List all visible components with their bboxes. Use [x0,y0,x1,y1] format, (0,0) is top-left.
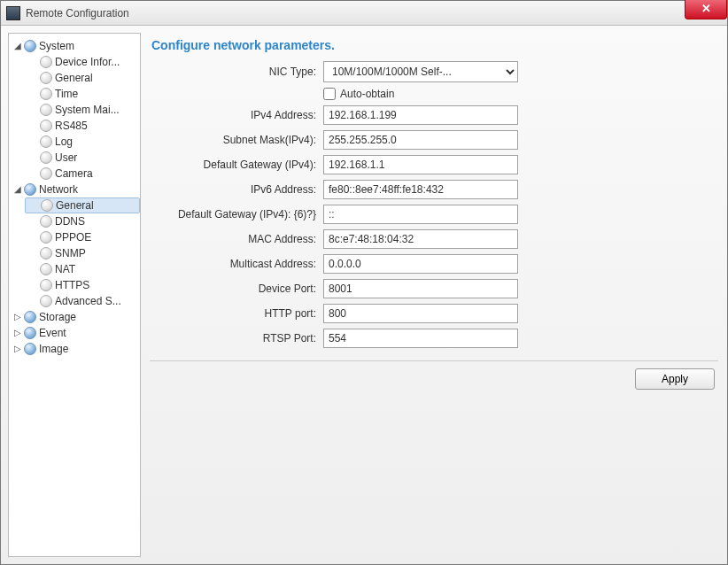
label-default-gateway-v4: Default Gateway (IPv4): [174,159,316,171]
sidebar[interactable]: ◢ System Device Infor... General Time Sy… [8,33,141,557]
label-mac-address: MAC Address: [174,233,316,245]
tree-label: Storage [39,309,76,325]
tree-label: System [39,38,74,54]
tree-item-user[interactable]: User [25,150,140,166]
tree-node-storage: ▷ Storage [9,309,140,325]
multicast-address-field[interactable] [323,254,518,274]
tree-item-event[interactable]: ▷ Event [9,325,140,341]
tree-label: Event [39,325,66,341]
bullet-icon [40,231,52,244]
tree-label: General [55,70,93,86]
globe-icon [24,327,36,339]
tree-label: System Mai... [55,102,120,118]
tree-label: Time [55,86,78,102]
label-subnet-mask-v4: Subnet Mask(IPv4): [174,134,316,146]
chevron-right-icon: ▷ [12,325,23,341]
tree-item-system[interactable]: ◢ System [9,38,140,54]
bullet-icon [40,167,52,180]
tree-label: Log [55,134,73,150]
bullet-icon [40,88,52,100]
tree-item-general-network[interactable]: General [25,197,140,213]
tree-item-nat[interactable]: NAT [25,261,140,277]
apply-button[interactable]: Apply [635,368,715,390]
label-ipv4-address: IPv4 Address: [174,109,316,121]
tree-item-advanced-settings[interactable]: Advanced S... [25,293,140,309]
globe-icon [24,343,36,355]
bullet-icon [40,120,52,132]
tree-label: Network [39,182,78,197]
tree-label: Advanced S... [55,293,121,309]
bullet-icon [40,263,52,275]
tree-item-ddns[interactable]: DDNS [25,213,140,229]
tree-item-time[interactable]: Time [25,86,140,102]
subnet-mask-v4-field[interactable] [323,130,518,150]
app-icon [6,6,20,20]
chevron-down-icon: ◢ [12,38,23,54]
tree-label: RS485 [55,118,88,134]
main-panel: Configure network parameters. NIC Type: … [148,33,720,557]
tree-label: DDNS [55,213,85,229]
tree-item-storage[interactable]: ▷ Storage [9,309,140,325]
tree-item-pppoe[interactable]: PPPOE [25,229,140,245]
tree-label: HTTPS [55,277,89,293]
label-multicast-address: Multicast Address: [174,258,316,270]
tree-item-snmp[interactable]: SNMP [25,245,140,261]
label-auto-obtain: Auto-obtain [340,88,394,100]
default-gateway-v4-alt-field[interactable] [323,205,518,224]
bullet-icon [40,56,52,68]
tree-label: NAT [55,261,75,277]
chevron-down-icon: ◢ [12,182,23,197]
tree-label: SNMP [55,245,86,261]
tree-children-network: General DDNS PPPOE SNMP NAT HTTPS Advanc… [9,197,140,309]
tree-label: Device Infor... [55,54,120,70]
bullet-icon [40,279,52,291]
titlebar: Remote Configuration ✕ [1,1,727,26]
tree-label: Image [39,341,68,357]
auto-obtain-checkbox[interactable] [323,88,336,100]
bullet-icon [40,215,52,228]
label-device-port: Device Port: [174,282,316,295]
bullet-icon [40,72,52,84]
tree-label: General [56,197,94,213]
label-default-gateway-v4-alt: Default Gateway (IPv4): {6)?} [174,208,316,221]
tree-item-https[interactable]: HTTPS [25,277,140,293]
tree-label: PPPOE [55,229,91,245]
label-nic-type: NIC Type: [174,66,316,78]
tree-item-general-system[interactable]: General [25,70,140,86]
tree-item-device-info[interactable]: Device Infor... [25,54,140,70]
tree-item-system-maintenance[interactable]: System Mai... [25,102,140,118]
window-title: Remote Configuration [26,7,129,19]
ipv6-address-field[interactable] [323,180,518,199]
device-port-field[interactable] [323,279,518,298]
tree-node-image: ▷ Image [9,341,140,357]
http-port-field[interactable] [323,304,518,323]
tree-node-event: ▷ Event [9,325,140,341]
tree-label: Camera [55,166,93,182]
mac-address-field[interactable] [323,229,518,249]
ipv4-address-field[interactable] [323,105,518,125]
bullet-icon [40,247,52,259]
close-button[interactable]: ✕ [685,0,727,19]
button-row: Apply [148,368,720,390]
tree-item-log[interactable]: Log [25,134,140,150]
tree-item-camera[interactable]: Camera [25,166,140,182]
window-frame: Remote Configuration ✕ ◢ System Device I… [0,0,728,565]
tree-children-system: Device Infor... General Time System Mai.… [9,54,140,182]
tree-item-rs485[interactable]: RS485 [25,118,140,134]
bullet-icon [40,151,52,164]
rtsp-port-field[interactable] [323,329,518,348]
globe-icon [24,311,36,323]
page-title: Configure network parameters. [148,33,720,61]
globe-icon [24,40,36,52]
client-area: ◢ System Device Infor... General Time Sy… [1,26,727,564]
label-ipv6-address: IPv6 Address: [174,183,316,196]
bullet-icon [41,199,53,212]
tree-label: User [55,150,77,166]
tree-item-network[interactable]: ◢ Network [9,182,140,197]
nic-type-select[interactable]: 10M/100M/1000M Self-... [323,61,518,82]
tree-item-image[interactable]: ▷ Image [9,341,140,357]
label-rtsp-port: RTSP Port: [174,332,316,344]
label-http-port: HTTP port: [174,307,316,320]
tree-node-system: ◢ System Device Infor... General Time Sy… [9,38,140,182]
default-gateway-v4-field[interactable] [323,155,518,174]
